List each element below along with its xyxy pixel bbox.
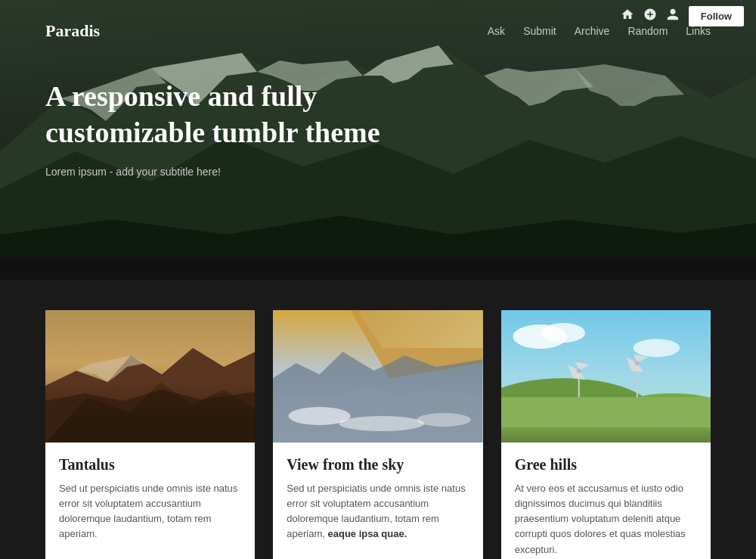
card-2-footer: 4 years ago / 3 notes [273,553,482,559]
card-1-text: Sed ut perspiciatis unde omnis iste natu… [59,481,241,542]
card-2-image [273,310,482,443]
card-2: View from the sky Sed ut perspiciatis un… [273,310,482,559]
cards-section: Tantalus Sed ut perspiciatis unde omnis … [0,280,756,559]
svg-point-25 [633,339,680,357]
card-1: Tantalus Sed ut perspiciatis unde omnis … [45,310,255,559]
svg-point-21 [417,413,471,427]
svg-point-24 [541,323,585,343]
card-1-footer: 4 years ago / 9 notes [45,553,255,559]
card-2-text: Sed ut perspiciatis unde omnis iste natu… [287,481,469,542]
card-2-bold: eaque ipsa quae. [328,528,407,539]
home-icon[interactable] [621,8,634,25]
card-3-title: Gree hills [515,456,697,474]
svg-rect-10 [0,257,756,280]
nav-ask[interactable]: Ask [488,25,505,37]
nav-submit[interactable]: Submit [523,25,556,37]
site-title: Paradis [45,21,100,41]
svg-point-33 [576,368,581,373]
hero-subtitle: Lorem ipsum - add your subtitle here! [45,166,711,178]
card-1-title: Tantalus [59,456,241,474]
card-3-image [501,310,711,443]
card-1-image [45,310,255,443]
svg-rect-28 [501,416,711,443]
card-3: Gree hills At vero eos et accusamus et i… [501,310,711,559]
card-3-body: Gree hills At vero eos et accusamus et i… [501,443,711,559]
user-icon[interactable] [666,8,680,25]
compose-icon[interactable] [643,8,657,25]
card-3-text: At vero eos et accusamus et iusto odio d… [515,481,697,557]
nav-archive[interactable]: Archive [575,25,610,37]
card-2-body: View from the sky Sed ut perspiciatis un… [273,443,482,553]
svg-point-20 [339,416,425,431]
top-bar: Follow [609,0,756,33]
svg-point-38 [634,361,639,365]
hero-section: Paradis Ask Submit Archive Random Links … [0,0,756,280]
follow-button[interactable]: Follow [689,6,744,26]
cards-grid: Tantalus Sed ut perspiciatis unde omnis … [45,310,711,559]
card-2-title: View from the sky [287,456,469,474]
card-1-body: Tantalus Sed ut perspiciatis unde omnis … [45,443,255,553]
svg-marker-13 [45,390,255,443]
hero-headline: A responsive and fully customizable tumb… [45,79,438,151]
